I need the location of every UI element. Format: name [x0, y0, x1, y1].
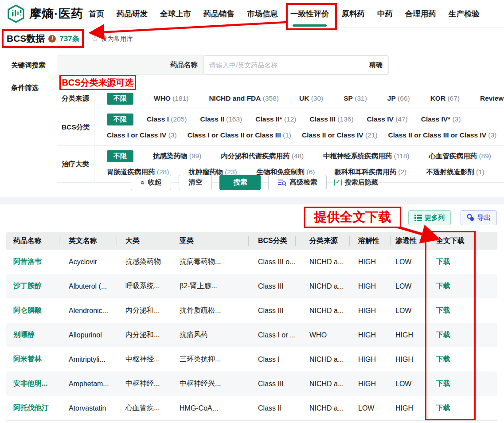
- filter-option[interactable]: KOR (67): [430, 94, 460, 102]
- download-cell: 下载: [425, 379, 497, 388]
- filter-option[interactable]: Class II (163): [200, 115, 242, 123]
- filter-option[interactable]: NICHD and FDA (358): [209, 94, 279, 102]
- table-body: 阿昔洛韦Acyclovir抗感染药物抗病毒药物...Class III o...…: [6, 250, 497, 420]
- set-favorite-label: 设为常用库: [101, 35, 133, 43]
- download-link[interactable]: 下载: [436, 331, 450, 338]
- filter-row-label: 治疗大类: [57, 146, 94, 182]
- advanced-search-button[interactable]: 高级检索: [268, 175, 327, 190]
- table-cell: HIGH: [349, 380, 390, 388]
- table-cell: Amphetam...: [59, 380, 117, 388]
- record-count: 737条: [59, 34, 79, 44]
- filter-option[interactable]: 心血管疾病用药 (89): [429, 152, 491, 161]
- nav-item-active[interactable]: 一致性评价: [290, 7, 329, 21]
- filter-option[interactable]: Class I or Class IV (3): [107, 131, 177, 139]
- hide-after-search-checkbox[interactable]: [334, 179, 342, 186]
- table-cell: Class III: [248, 307, 295, 315]
- filter-options-line: Class I or Class IV (3)Class I or Class …: [107, 127, 504, 143]
- download-link[interactable]: 下载: [436, 355, 450, 363]
- download-link[interactable]: 下载: [436, 282, 450, 290]
- filter-actions: « 收起 清空 搜索 高级检索 搜索后隐藏: [131, 175, 378, 190]
- info-icon[interactable]: i: [48, 35, 56, 43]
- nav-item[interactable]: 中药: [377, 7, 393, 21]
- filter-option[interactable]: Class III (136): [309, 115, 353, 123]
- hide-after-search-toggle[interactable]: 搜索后隐藏: [334, 178, 378, 187]
- table-cell: HMG-CoA...: [171, 404, 248, 412]
- filter-option[interactable]: Class I (205): [147, 115, 187, 123]
- drug-name-cell: 沙丁胺醇: [6, 282, 59, 291]
- page-header: BCS数据 i 737条 ☆ 设为常用库: [0, 28, 133, 49]
- table-cell: Acyclovir: [59, 258, 117, 266]
- drug-name-field-label: 药品名称: [57, 55, 203, 74]
- nav-item[interactable]: 原料药: [342, 7, 365, 21]
- export-button[interactable]: 导出: [461, 210, 497, 225]
- filter-option[interactable]: Class IV (47): [367, 115, 408, 123]
- filter-option[interactable]: Review (2): [480, 94, 504, 102]
- collapse-button[interactable]: « 收起: [131, 175, 171, 190]
- download-link[interactable]: 下载: [436, 404, 450, 411]
- table-cell: 中枢神经...: [117, 379, 171, 388]
- table-cell: 内分泌和...: [117, 306, 171, 315]
- filter-option[interactable]: Class IV* (3): [421, 115, 461, 123]
- table-header-cell: 亚类: [171, 232, 248, 250]
- nav-item[interactable]: 合理用药: [405, 7, 436, 21]
- exact-match-checkbox[interactable]: [301, 62, 366, 68]
- nav-item[interactable]: 药品销售: [203, 7, 234, 21]
- filter-option[interactable]: 内分泌和代谢疾病用药 (48): [221, 152, 304, 161]
- filter-option[interactable]: Class I or Class II or Class III (1): [188, 131, 291, 139]
- filter-option[interactable]: 中枢神经系统疾病用药 (118): [323, 152, 409, 161]
- filter-option[interactable]: JP (66): [387, 94, 410, 102]
- filter-option[interactable]: Class II or Class III or Class IV (3): [388, 131, 497, 139]
- download-link[interactable]: 下载: [436, 306, 450, 314]
- nav-item[interactable]: 市场信息: [247, 7, 278, 21]
- filter-any-chip[interactable]: 不限: [107, 150, 133, 162]
- filter-option[interactable]: Class II* (12): [255, 115, 296, 123]
- drug-name-input[interactable]: [209, 61, 297, 69]
- table-cell: NICHD a...: [295, 282, 349, 290]
- drug-name-link[interactable]: 阿米替林: [13, 355, 42, 363]
- filter-option[interactable]: Class II or Class IV (21): [302, 131, 378, 139]
- table-row: 阿米替林Amitriptyli...中枢神经...三环类抗抑...Class I…: [6, 347, 497, 372]
- download-link[interactable]: 下载: [436, 380, 450, 387]
- filter-option[interactable]: 抗感染药物 (99): [153, 152, 201, 161]
- table-cell: NICHD a...: [295, 404, 349, 412]
- table-header-cell: 大类: [117, 232, 171, 250]
- filter-any-chip[interactable]: 不限: [107, 93, 133, 105]
- table-cell: 心血管疾...: [117, 403, 171, 413]
- drug-name-link[interactable]: 阿仑膦酸: [13, 306, 42, 314]
- table-row: 沙丁胺醇Albuterol (...呼吸系统...β2-肾上腺...Class …: [6, 274, 497, 298]
- set-favorite-button[interactable]: ☆ 设为常用库: [91, 35, 133, 43]
- filter-option[interactable]: SP (31): [344, 94, 367, 102]
- table-cell: LOW: [390, 282, 425, 290]
- brand-logo[interactable]: 摩熵·医药: [6, 4, 83, 24]
- drug-name-link[interactable]: 阿昔洛韦: [13, 258, 42, 265]
- nav-item[interactable]: 生产检验: [449, 7, 480, 21]
- filter-row: 分类来源不限WHO (181)NICHD and FDA (358)UK (30…: [57, 88, 504, 109]
- filter-any-chip[interactable]: 不限: [107, 114, 133, 125]
- annotation-note-fulltext: 提供全文下载: [304, 207, 401, 228]
- more-columns-button[interactable]: 更多列: [408, 210, 451, 225]
- table-header-cell: 溶解性: [349, 232, 390, 250]
- filter-options: 不限Class I (205)Class II (163)Class II* (…: [94, 109, 504, 145]
- drug-name-link[interactable]: 安非他明...: [13, 380, 47, 387]
- nav-item[interactable]: 首页: [89, 7, 104, 21]
- table-cell: HIGH: [349, 282, 390, 290]
- table-row: 阿托伐他汀Atorvastatin心血管疾...HMG-CoA...Class …: [6, 396, 497, 420]
- star-icon: ☆: [91, 35, 99, 43]
- nav-item[interactable]: 全球上市: [160, 7, 191, 21]
- drug-name-link[interactable]: 阿托伐他汀: [13, 404, 49, 411]
- drug-name-link[interactable]: 沙丁胺醇: [13, 282, 42, 290]
- download-cell: 下载: [425, 282, 497, 291]
- download-link[interactable]: 下载: [436, 258, 450, 265]
- drug-name-link[interactable]: 别嘌醇: [13, 331, 35, 338]
- results-table: 药品名称英文名称大类亚类BCS分类分类来源溶解性渗透性全文下载 阿昔洛韦Acyc…: [6, 232, 497, 420]
- filter-option[interactable]: WHO (181): [154, 94, 188, 102]
- filter-option[interactable]: 不透射线造影剂 (1): [426, 168, 484, 177]
- table-cell: Atorvastatin: [59, 404, 117, 412]
- search-button[interactable]: 搜索: [219, 175, 261, 190]
- columns-list-icon: [414, 215, 422, 221]
- table-cell: Class II: [248, 404, 295, 412]
- table-cell: HIGH: [390, 356, 425, 364]
- nav-item[interactable]: 药品研发: [117, 7, 148, 21]
- clear-button[interactable]: 清空: [179, 175, 212, 190]
- filter-option[interactable]: UK (30): [299, 94, 323, 102]
